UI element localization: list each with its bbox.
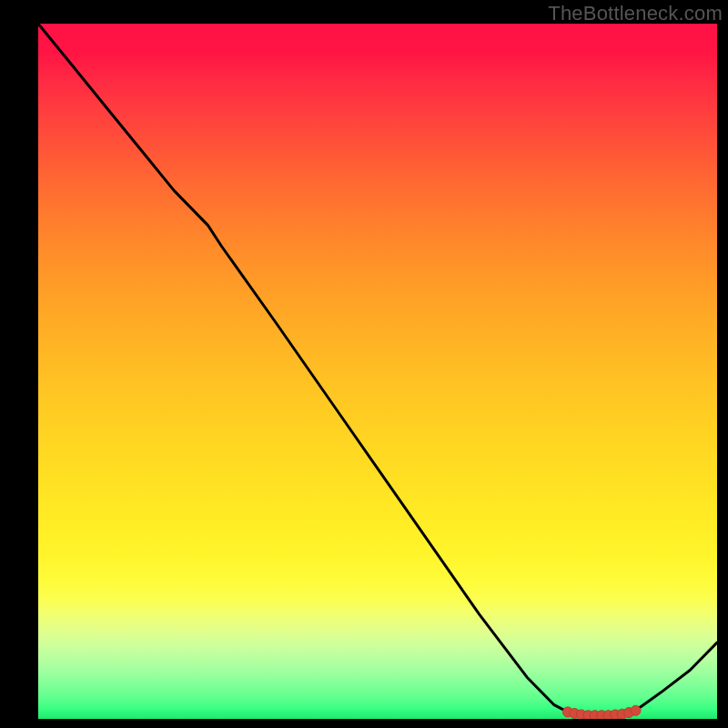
- bottleneck-curve: [38, 24, 717, 715]
- plot-area: [38, 24, 717, 719]
- chart-frame: TheBottleneck.com: [0, 0, 728, 728]
- watermark-text: TheBottleneck.com: [548, 2, 723, 25]
- chart-overlay-svg: [38, 24, 717, 719]
- optimal-marker: [631, 705, 641, 715]
